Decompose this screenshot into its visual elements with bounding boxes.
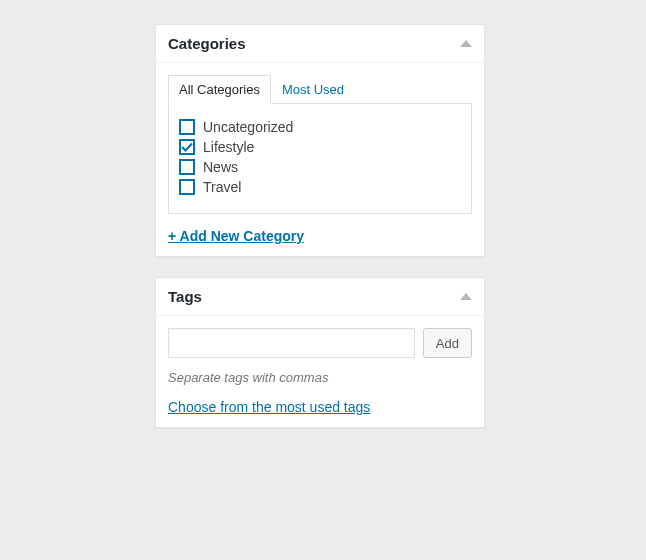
tags-title: Tags <box>168 288 202 305</box>
category-item: Uncategorized <box>179 119 461 135</box>
tags-panel: Tags Add Separate tags with commas Choos… <box>155 277 485 428</box>
collapse-icon[interactable] <box>460 293 472 300</box>
tag-input[interactable] <box>168 328 415 358</box>
category-label: Travel <box>203 179 241 195</box>
tags-header[interactable]: Tags <box>156 278 484 316</box>
category-item: Lifestyle <box>179 139 461 155</box>
check-icon <box>181 141 193 153</box>
add-new-category-link[interactable]: + Add New Category <box>168 228 304 244</box>
categories-title: Categories <box>168 35 246 52</box>
category-label: News <box>203 159 238 175</box>
categories-panel: Categories All Categories Most Used Unca… <box>155 24 485 257</box>
choose-most-used-tags-link[interactable]: Choose from the most used tags <box>168 399 370 415</box>
category-item: Travel <box>179 179 461 195</box>
categories-list-box: UncategorizedLifestyleNewsTravel <box>168 103 472 214</box>
category-checkbox[interactable] <box>179 139 195 155</box>
add-tag-button[interactable]: Add <box>423 328 472 358</box>
category-label: Lifestyle <box>203 139 254 155</box>
category-label: Uncategorized <box>203 119 293 135</box>
categories-tabs: All Categories Most Used <box>168 75 472 104</box>
tab-most-used[interactable]: Most Used <box>271 75 355 104</box>
collapse-icon[interactable] <box>460 40 472 47</box>
tags-hint: Separate tags with commas <box>168 370 472 385</box>
category-checkbox[interactable] <box>179 159 195 175</box>
category-checkbox[interactable] <box>179 119 195 135</box>
category-checkbox[interactable] <box>179 179 195 195</box>
tab-all-categories[interactable]: All Categories <box>168 75 271 104</box>
category-item: News <box>179 159 461 175</box>
categories-header[interactable]: Categories <box>156 25 484 63</box>
